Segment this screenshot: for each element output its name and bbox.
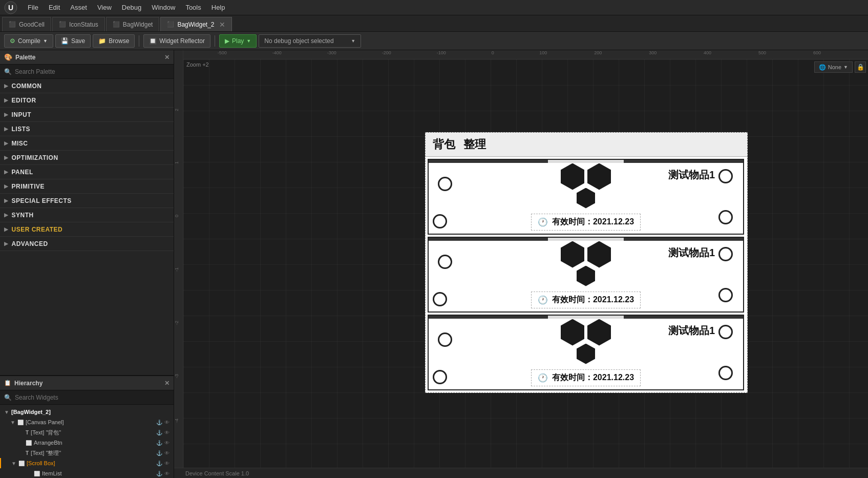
debug-label: No debug object selected: [264, 37, 333, 45]
widget-title-bar: 背包 整理: [426, 133, 747, 157]
ue-logo-icon: U: [4, 1, 17, 14]
palette-category-panel[interactable]: ▶ PANEL: [0, 165, 174, 179]
menu-debug[interactable]: Debug: [117, 2, 146, 13]
none-dropdown[interactable]: 🌐 None ▼: [814, 61, 853, 73]
hierarchy-close-button[interactable]: ✕: [164, 380, 170, 387]
hierarchy-item-canvas-panel[interactable]: ▼ ⬜ [Canvas Panel] ⚓ 👁: [0, 417, 174, 427]
menu-file[interactable]: File: [23, 2, 44, 13]
itemlist-eye-icon[interactable]: 👁: [164, 471, 170, 476]
tab-bagwidget2-close[interactable]: ✕: [219, 20, 225, 29]
tab-bagwidget2[interactable]: ⬛ BagWidget_2 ✕: [160, 17, 232, 31]
menu-edit[interactable]: Edit: [44, 2, 65, 13]
palette-panel: 🎨 Palette ✕ 🔍 ▶ COMMON ▶ EDITOR ▶: [0, 50, 174, 376]
svg-text:U: U: [8, 4, 13, 12]
browse-icon: 📁: [98, 37, 106, 45]
browse-button[interactable]: 📁 Browse: [93, 34, 135, 48]
compile-icon: ⚙: [10, 37, 15, 45]
ruler-tick-300: 300: [649, 50, 657, 55]
menu-bar: U File Edit Asset View Debug Window Tool…: [0, 0, 868, 15]
card3-clock-icon: 🕐: [538, 373, 548, 383]
hierarchy-item-canvas-panel-label: [Canvas Panel]: [26, 419, 64, 425]
palette-category-input[interactable]: ▶ INPUT: [0, 108, 174, 122]
card1-date-box: 🕐 有效时间：2021.12.23: [531, 214, 641, 231]
scroll-box-eye-icon[interactable]: 👁: [164, 461, 170, 466]
compile-button[interactable]: ⚙ Compile ▼: [4, 34, 53, 48]
save-icon: 💾: [61, 37, 69, 45]
palette-header-icon: 🎨: [4, 53, 12, 61]
tab-goodcell-icon: ⬛: [9, 21, 16, 28]
card1-hex-1: [561, 163, 584, 190]
optimization-label: OPTIMIZATION: [12, 154, 58, 161]
ruler-left: 2 1 0 -1 -2 -3 -4: [174, 59, 183, 468]
menu-window[interactable]: Window: [146, 2, 180, 13]
ruler-top: -500 -400 -300 -200 -100 0 100 200 300 4…: [174, 50, 868, 59]
lists-expand-icon: ▶: [4, 126, 9, 132]
ruler-vtick-3: 0: [174, 215, 179, 217]
play-icon: ▶: [225, 37, 229, 45]
text-zhengli-anchor-icon[interactable]: ⚓: [156, 450, 162, 456]
hierarchy-search-input[interactable]: [15, 394, 170, 401]
hierarchy-list: ▼ [BagWidget_2] ▼ ⬜ [Canvas Panel] ⚓ 👁 ▶: [0, 405, 174, 478]
palette-category-primitive[interactable]: ▶ PRIMITIVE: [0, 179, 174, 194]
palette-category-synth[interactable]: ▶ SYNTH: [0, 208, 174, 222]
palette-search-input[interactable]: [15, 68, 170, 75]
canvas-panel-actions: ⚓ 👁: [156, 420, 170, 425]
canvas-panel-anchor-icon[interactable]: ⚓: [156, 420, 162, 425]
special-effects-expand-icon: ▶: [4, 198, 9, 203]
scroll-box-expand-icon: ▼: [11, 461, 16, 466]
palette-category-lists[interactable]: ▶ LISTS: [0, 122, 174, 136]
palette-close-button[interactable]: ✕: [164, 54, 170, 61]
card3-hex-2: [587, 319, 611, 346]
card2-date-box: 🕐 有效时间：2021.12.23: [531, 292, 641, 308]
tab-bagwidget[interactable]: ⬛ BagWidget: [106, 17, 160, 31]
hierarchy-item-itemlist[interactable]: ▶ ⬜ ItemList ⚓ 👁: [0, 468, 174, 478]
tab-goodcell[interactable]: ⬛ GoodCell: [2, 17, 51, 31]
none-dropdown-chevron: ▼: [843, 65, 848, 70]
text-beibao-anchor-icon[interactable]: ⚓: [156, 430, 162, 435]
save-button[interactable]: 💾 Save: [55, 34, 91, 48]
text-zhengli-actions: ⚓ 👁: [156, 450, 170, 456]
hierarchy-item-scroll-box[interactable]: ▼ ⬜ [Scroll Box] ⚓ 👁: [0, 458, 174, 468]
play-button[interactable]: ▶ Play ▼: [219, 34, 257, 48]
card2-progress-bar-left: [429, 238, 548, 241]
palette-category-user-created[interactable]: ▶ USER CREATED: [0, 222, 174, 237]
palette-category-misc[interactable]: ▶ MISC: [0, 136, 174, 151]
palette-category-optimization[interactable]: ▶ OPTIMIZATION: [0, 151, 174, 165]
panel-label: PANEL: [12, 169, 33, 176]
canvas-panel-eye-icon[interactable]: 👁: [164, 420, 170, 425]
hierarchy-item-text-zhengli[interactable]: ▶ T [Text] "整理" ⚓ 👁: [0, 448, 174, 458]
menu-asset[interactable]: Asset: [65, 2, 92, 13]
common-label: COMMON: [12, 82, 42, 90]
debug-dropdown[interactable]: No debug object selected ▼: [259, 34, 361, 48]
text-zhengli-eye-icon[interactable]: 👁: [164, 450, 170, 456]
hierarchy-item-arrangebtn[interactable]: ▶ ⬜ ArrangeBtn ⚓ 👁: [0, 438, 174, 448]
palette-category-editor[interactable]: ▶ EDITOR: [0, 93, 174, 108]
card3-right-section: [713, 319, 738, 386]
palette-category-special-effects[interactable]: ▶ SPECIAL EFFECTS: [0, 194, 174, 208]
widget-reflector-button[interactable]: 🔲 Widget Reflector: [143, 34, 210, 48]
menu-view[interactable]: View: [92, 2, 117, 13]
hierarchy-item-text-beibao[interactable]: ▶ T [Text] "背包" ⚓ 👁: [0, 427, 174, 438]
lists-label: LISTS: [12, 126, 31, 133]
scroll-box-anchor-icon[interactable]: ⚓: [156, 461, 162, 466]
menu-help[interactable]: Help: [206, 2, 230, 13]
canvas-area[interactable]: -500 -400 -300 -200 -100 0 100 200 300 4…: [174, 50, 868, 478]
text-beibao-actions: ⚓ 👁: [156, 430, 170, 435]
canvas-panel-widget-icon: ⬜: [17, 420, 24, 425]
palette-category-common[interactable]: ▶ COMMON: [0, 79, 174, 93]
widget-title-part1: 背包: [433, 137, 455, 152]
arrangebtn-anchor-icon[interactable]: ⚓: [156, 440, 162, 446]
lock-button[interactable]: 🔒: [855, 61, 866, 73]
tab-iconstatus[interactable]: ⬛ IconStatus: [52, 17, 105, 31]
palette-title: Palette: [15, 54, 35, 61]
hierarchy-item-bagwidget2[interactable]: ▼ [BagWidget_2]: [0, 407, 174, 417]
menu-tools[interactable]: Tools: [180, 2, 206, 13]
card3-hex-3: [577, 344, 595, 364]
card3-hex-row2: [577, 344, 595, 364]
card2-progress-bar-bg: [429, 238, 743, 241]
arrangebtn-eye-icon[interactable]: 👁: [164, 440, 170, 446]
itemlist-anchor-icon[interactable]: ⚓: [156, 471, 162, 476]
browse-label: Browse: [109, 37, 129, 45]
text-beibao-eye-icon[interactable]: 👁: [164, 430, 170, 435]
palette-category-advanced[interactable]: ▶ ADVANCED: [0, 237, 174, 251]
